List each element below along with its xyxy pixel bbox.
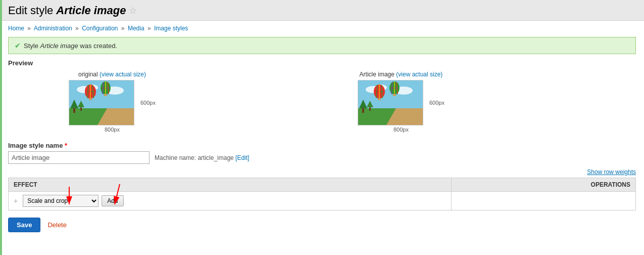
preview-images-container: original (view actual size) bbox=[8, 71, 636, 133]
page-title: Edit style Article image ☆ bbox=[8, 4, 636, 17]
content-area: Preview original (view actual size) bbox=[0, 59, 644, 232]
effect-select-dropdown[interactable]: Scale and crop Crop Desaturate Resize Ro… bbox=[23, 195, 98, 207]
original-image-title: original (view actual size) bbox=[78, 71, 146, 78]
machine-name-text: Machine name: article_image [Edit] bbox=[155, 154, 249, 161]
title-prefix: Edit style bbox=[8, 4, 53, 17]
title-style-name: Article image bbox=[56, 4, 126, 17]
styled-height-px: 600px bbox=[429, 100, 444, 106]
success-message: ✔ Style Article image was created. bbox=[8, 37, 636, 54]
favorite-star-icon[interactable]: ☆ bbox=[129, 5, 137, 16]
image-style-name-input[interactable] bbox=[8, 151, 150, 164]
effect-column-header: EFFECT bbox=[9, 178, 452, 192]
breadcrumb-media[interactable]: Media bbox=[128, 25, 144, 32]
breadcrumb-administration[interactable]: Administration bbox=[34, 25, 72, 32]
check-icon: ✔ bbox=[15, 41, 21, 50]
page-header: Edit style Article image ☆ bbox=[0, 0, 644, 21]
operations-cell bbox=[451, 192, 635, 210]
original-height-px: 600px bbox=[140, 100, 156, 106]
original-image-wrapper: 600px bbox=[69, 80, 156, 125]
machine-name-edit-link[interactable]: [Edit] bbox=[235, 154, 249, 161]
preview-section: Preview original (view actual size) bbox=[8, 59, 636, 133]
form-section: Image style name * Machine name: article… bbox=[8, 142, 636, 164]
success-text: Style Article image was created. bbox=[24, 42, 117, 50]
save-button[interactable]: Save bbox=[8, 218, 40, 232]
image-style-name-label: Image style name * bbox=[8, 142, 636, 149]
preview-label: Preview bbox=[8, 59, 636, 67]
effects-table: EFFECT OPERATIONS + Scale and crop Crop … bbox=[8, 178, 636, 210]
add-effect-button[interactable]: Add bbox=[102, 195, 123, 206]
styled-image-title: Article image (view actual size) bbox=[360, 71, 443, 78]
breadcrumb-image-styles[interactable]: Image styles bbox=[154, 25, 188, 32]
operations-column-header: OPERATIONS bbox=[451, 178, 635, 192]
breadcrumb: Home » Administration » Configuration » … bbox=[8, 25, 636, 32]
styled-width-px: 800px bbox=[393, 126, 409, 133]
table-row: + Scale and crop Crop Desaturate Resize … bbox=[9, 192, 636, 210]
styled-image-wrapper: 600px bbox=[358, 80, 444, 125]
styled-image bbox=[358, 80, 423, 125]
delete-link[interactable]: Delete bbox=[47, 221, 67, 229]
breadcrumb-home[interactable]: Home bbox=[8, 25, 24, 32]
original-width-px: 800px bbox=[105, 126, 120, 133]
show-row-weights-link[interactable]: Show row weights bbox=[587, 168, 636, 176]
effect-select-wrapper: + Scale and crop Crop Desaturate Resize … bbox=[14, 195, 446, 207]
styled-view-actual-size-link[interactable]: (view actual size) bbox=[396, 71, 442, 78]
effect-cell: + Scale and crop Crop Desaturate Resize … bbox=[9, 192, 452, 210]
action-row: Save Delete bbox=[8, 218, 636, 232]
required-indicator: * bbox=[65, 142, 67, 149]
image-style-name-row: Machine name: article_image [Edit] bbox=[8, 151, 636, 164]
original-image bbox=[69, 80, 134, 125]
left-accent-bar bbox=[0, 0, 2, 232]
breadcrumb-configuration[interactable]: Configuration bbox=[82, 25, 118, 32]
drag-handle-icon[interactable]: + bbox=[14, 197, 18, 205]
original-view-actual-size-link[interactable]: (view actual size) bbox=[100, 71, 146, 78]
